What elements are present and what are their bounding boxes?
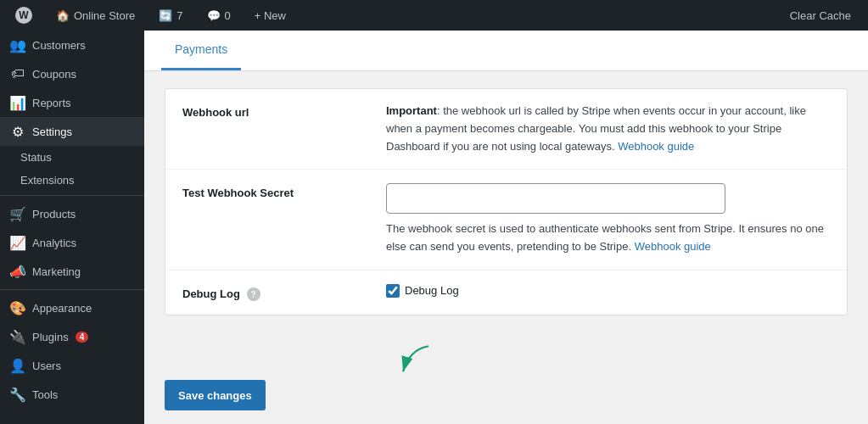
sidebar-products-label: Products xyxy=(32,208,76,220)
debug-log-label-col: Debug Log ? xyxy=(182,284,369,302)
sidebar-item-tools[interactable]: 🔧 Tools xyxy=(0,380,144,409)
sidebar-item-products[interactable]: 🛒 Products xyxy=(0,199,144,228)
sidebar-extensions-label: Extensions xyxy=(20,174,75,187)
sidebar-item-extensions[interactable]: Extensions xyxy=(0,169,144,192)
webhook-url-description: Important: the webhook url is called by … xyxy=(386,103,830,155)
analytics-icon: 📈 xyxy=(10,235,25,250)
sidebar-item-analytics[interactable]: 📈 Analytics xyxy=(0,228,144,257)
sidebar-marketing-label: Marketing xyxy=(32,265,81,278)
webhook-important-label: Important xyxy=(386,104,437,117)
sidebar-item-marketing[interactable]: 📣 Marketing xyxy=(0,257,144,286)
comments-button[interactable]: 💬 0 xyxy=(202,6,236,25)
updates-count: 7 xyxy=(176,9,182,22)
sidebar-coupons-label: Coupons xyxy=(32,68,76,81)
reports-icon: 📊 xyxy=(10,95,25,110)
form-section: Webhook url Important: the webhook url i… xyxy=(165,88,848,315)
save-area: Save changes xyxy=(144,366,868,424)
debug-log-label: Debug Log xyxy=(182,287,240,300)
updates-button[interactable]: 🔄 7 xyxy=(154,6,188,25)
appearance-icon: 🎨 xyxy=(10,300,25,315)
users-icon: 👤 xyxy=(10,358,25,373)
debug-log-checkbox[interactable] xyxy=(386,284,400,298)
sidebar-item-users[interactable]: 👤 Users xyxy=(0,351,144,380)
sidebar-reports-label: Reports xyxy=(32,97,71,109)
sidebar-item-reports[interactable]: 📊 Reports xyxy=(0,88,144,117)
plugins-icon: 🔌 xyxy=(10,329,25,344)
customers-icon: 👥 xyxy=(10,37,25,53)
sidebar-appearance-label: Appearance xyxy=(32,302,92,315)
comments-count: 0 xyxy=(225,9,231,22)
products-icon: 🛒 xyxy=(10,206,25,221)
wp-icon: W xyxy=(15,7,32,24)
site-name-button[interactable]: 🏠 Online Store xyxy=(51,6,140,25)
page-tabs: Payments xyxy=(161,31,241,70)
sidebar-users-label: Users xyxy=(32,360,61,372)
sidebar-item-coupons[interactable]: 🏷 Coupons xyxy=(0,59,144,88)
clear-cache-button[interactable]: Clear Cache xyxy=(783,6,858,25)
sidebar-settings-label: Settings xyxy=(32,126,72,138)
webhook-url-label: Webhook url xyxy=(182,106,249,119)
sidebar: 👥 Customers 🏷 Coupons 📊 Reports ⚙ Settin… xyxy=(0,31,144,424)
sidebar-item-appearance[interactable]: 🎨 Appearance xyxy=(0,293,144,322)
save-changes-button[interactable]: Save changes xyxy=(165,380,266,410)
tab-payments-label: Payments xyxy=(175,42,227,56)
tab-payments[interactable]: Payments xyxy=(161,31,241,70)
form-content: Webhook url Important: the webhook url i… xyxy=(144,71,868,366)
sidebar-item-status[interactable]: Status xyxy=(0,146,144,169)
webhook-guide-link-1[interactable]: Webhook guide xyxy=(618,140,694,153)
debug-log-checkbox-row: Debug Log xyxy=(386,284,830,298)
debug-log-checkbox-label[interactable]: Debug Log xyxy=(405,284,459,297)
webhook-url-label-col: Webhook url xyxy=(182,103,369,119)
sidebar-plugins-label: Plugins xyxy=(32,331,69,343)
coupons-icon: 🏷 xyxy=(10,66,25,81)
comments-icon: 💬 xyxy=(207,9,221,22)
content-area: Payments Webhook url Important: the webh… xyxy=(144,31,868,424)
test-webhook-input-col: The webhook secret is used to authentica… xyxy=(386,183,830,256)
sidebar-divider-2 xyxy=(0,289,144,290)
page-header: Payments xyxy=(144,31,868,71)
debug-log-row: Debug Log ? Debug Log xyxy=(165,271,847,315)
sidebar-analytics-label: Analytics xyxy=(32,237,76,249)
sidebar-item-customers[interactable]: 👥 Customers xyxy=(0,31,144,59)
test-webhook-secret-row: Test Webhook Secret The webhook secret i… xyxy=(165,170,847,271)
main-layout: 👥 Customers 🏷 Coupons 📊 Reports ⚙ Settin… xyxy=(0,31,868,424)
webhook-url-input-col: Important: the webhook url is called by … xyxy=(386,103,830,155)
admin-bar: W 🏠 Online Store 🔄 7 💬 0 + New Clear Cac… xyxy=(0,0,868,31)
sidebar-tools-label: Tools xyxy=(32,388,58,401)
sidebar-status-label: Status xyxy=(20,151,52,164)
settings-icon: ⚙ xyxy=(10,124,25,139)
sidebar-item-settings[interactable]: ⚙ Settings xyxy=(0,117,144,146)
test-webhook-label: Test Webhook Secret xyxy=(182,187,294,199)
new-label: + New xyxy=(255,9,286,22)
test-webhook-secret-input[interactable] xyxy=(386,183,725,214)
new-content-button[interactable]: + New xyxy=(249,6,291,25)
debug-log-help-icon[interactable]: ? xyxy=(247,287,260,301)
test-webhook-description: The webhook secret is used to authentica… xyxy=(386,220,830,256)
webhook-guide-link-2[interactable]: Webhook guide xyxy=(635,240,711,253)
webhook-url-row: Webhook url Important: the webhook url i… xyxy=(165,89,847,170)
plugins-badge: 4 xyxy=(76,332,89,343)
sidebar-item-plugins[interactable]: 🔌 Plugins 4 xyxy=(0,322,144,351)
debug-log-input-col: Debug Log xyxy=(386,284,830,298)
site-name-label: Online Store xyxy=(74,9,135,22)
test-webhook-label-col: Test Webhook Secret xyxy=(182,183,369,199)
marketing-icon: 📣 xyxy=(10,264,25,279)
home-icon: 🏠 xyxy=(56,9,70,22)
sidebar-customers-label: Customers xyxy=(32,39,86,52)
wp-logo-button[interactable]: W xyxy=(10,3,37,27)
clear-cache-label: Clear Cache xyxy=(790,9,851,22)
updates-icon: 🔄 xyxy=(159,9,172,22)
tools-icon: 🔧 xyxy=(10,387,25,402)
sidebar-divider-1 xyxy=(0,195,144,196)
